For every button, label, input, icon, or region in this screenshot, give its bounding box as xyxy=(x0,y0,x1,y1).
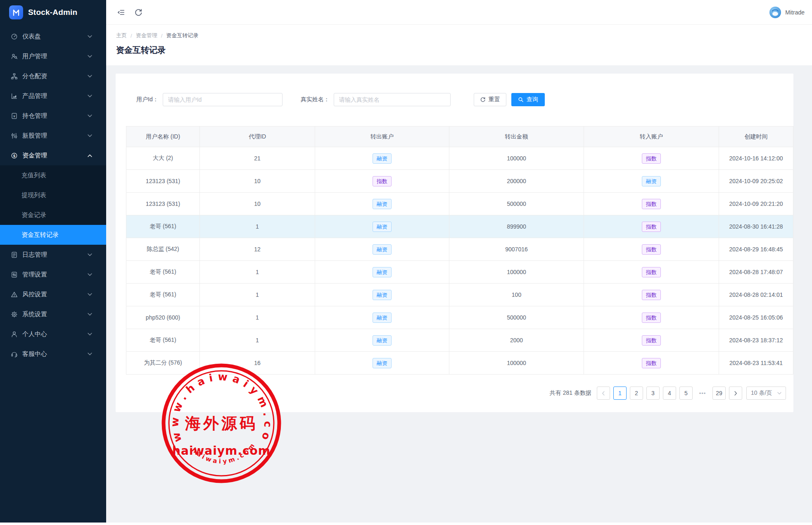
amount-cell: 100000 xyxy=(449,261,584,284)
transfer-out-tag: 融资 xyxy=(373,199,392,209)
chevron-down-icon xyxy=(88,55,92,58)
chevron-down-icon xyxy=(88,353,92,356)
created-time-cell: 2024-08-23 18:37:12 xyxy=(719,329,793,352)
sidebar-item-dashboard[interactable]: 仪表盘 xyxy=(0,26,106,46)
records-table: 用户名称 (ID)代理ID转出账户转出金额转入账户创建时间 大大 (2)21融资… xyxy=(126,126,793,375)
pagination-page-1[interactable]: 1 xyxy=(613,387,627,400)
account-cell: 融资 xyxy=(315,215,449,238)
table-row[interactable]: 大大 (2)21融资100000指数2024-10-16 14:12:00 xyxy=(126,147,793,170)
breadcrumb-home[interactable]: 主页 xyxy=(116,32,127,39)
submenu-item[interactable]: 资金记录 xyxy=(0,205,106,225)
chevron-down-icon xyxy=(88,35,92,38)
sidebar-item-risk[interactable]: 风控设置 xyxy=(0,284,106,304)
amount-cell: 2000 xyxy=(449,329,584,352)
created-time-cell: 2024-08-25 16:05:06 xyxy=(719,306,793,329)
pagination-prev-button[interactable] xyxy=(597,387,610,400)
account-cell: 融资 xyxy=(584,170,719,193)
table-row[interactable]: 老哥 (561)1融资899900指数2024-08-30 16:41:28 xyxy=(126,215,793,238)
table-row[interactable]: 老哥 (561)1融资100000指数2024-08-28 17:48:07 xyxy=(126,261,793,284)
chevron-down-icon xyxy=(88,134,92,137)
transfer-out-tag: 融资 xyxy=(373,313,392,323)
created-time-cell: 2024-08-23 11:53:41 xyxy=(719,352,793,375)
amount-cell: 100000 xyxy=(449,147,584,170)
sidebar-item-label: 仪表盘 xyxy=(22,33,41,41)
sidebar-item-profile[interactable]: 个人中心 xyxy=(0,324,106,344)
sidebar-item-fund[interactable]: 资金管理 xyxy=(0,146,106,165)
pagination-page-29[interactable]: 29 xyxy=(712,387,726,400)
position-icon xyxy=(11,112,18,119)
pagination-page-3[interactable]: 3 xyxy=(646,387,660,400)
pagination-page-2[interactable]: 2 xyxy=(630,387,643,400)
table-row[interactable]: 123123 (531)10融资500000指数2024-10-09 20:21… xyxy=(126,193,793,215)
sidebar-item-label: 管理设置 xyxy=(22,271,47,279)
sidebar-item-manage-settings[interactable]: 管理设置 xyxy=(0,265,106,284)
fund-icon xyxy=(11,152,18,159)
submenu-item-label: 资金记录 xyxy=(21,211,46,219)
page-size-select[interactable]: 10 条/页 xyxy=(746,387,786,400)
sidebar-item-log[interactable]: 日志管理 xyxy=(0,245,106,265)
log-icon xyxy=(11,251,18,258)
page-header: 主页 / 资金管理 / 资金互转记录 资金互转记录 xyxy=(106,25,812,65)
table-row[interactable]: 123123 (531)10指数200000融资2024-10-09 20:25… xyxy=(126,170,793,193)
sidebar-item-system[interactable]: 系统设置 xyxy=(0,304,106,324)
sidebar-submenu: 充值列表提现列表资金记录资金互转记录 xyxy=(0,165,106,245)
submenu-item-label: 提现列表 xyxy=(21,191,46,199)
transfer-in-tag: 融资 xyxy=(642,176,661,186)
refresh-icon[interactable] xyxy=(134,8,142,17)
transfer-in-tag: 指数 xyxy=(642,290,661,300)
user-id-input[interactable] xyxy=(163,93,283,106)
cluster-icon xyxy=(11,73,18,80)
sidebar-item-cluster[interactable]: 分仓配资 xyxy=(0,66,106,86)
search-button[interactable]: 查询 xyxy=(511,93,545,106)
amount-cell: 500000 xyxy=(449,306,584,329)
reset-button-label: 重置 xyxy=(489,96,500,103)
table-row[interactable]: 老哥 (561)1融资2000指数2024-08-23 18:37:12 xyxy=(126,329,793,352)
transfer-in-tag: 指数 xyxy=(642,153,661,164)
submenu-item[interactable]: 充值列表 xyxy=(0,165,106,185)
reset-button[interactable]: 重置 xyxy=(474,93,506,106)
chevron-down-icon xyxy=(88,293,92,296)
table-row[interactable]: 为其二分 (576)16融资100000指数2024-08-23 11:53:4… xyxy=(126,352,793,375)
agent-id-cell: 1 xyxy=(200,329,315,352)
sidebar-item-service[interactable]: 客服中心 xyxy=(0,344,106,364)
submenu-item[interactable]: 资金互转记录 xyxy=(0,225,106,245)
real-name-input[interactable] xyxy=(334,93,451,106)
submenu-item[interactable]: 提现列表 xyxy=(0,185,106,205)
breadcrumb-fund-management[interactable]: 资金管理 xyxy=(136,32,157,39)
created-time-cell: 2024-10-09 20:25:02 xyxy=(719,170,793,193)
user-name-cell: 老哥 (561) xyxy=(126,329,200,352)
chevron-down-icon xyxy=(88,253,92,256)
breadcrumb-current: 资金互转记录 xyxy=(166,32,198,39)
risk-icon xyxy=(11,291,18,298)
user-name: Mitrade xyxy=(785,9,805,16)
content-card: 用户Id： 真实姓名： 重置 查询 用户名称 (ID)代理ID转出账户转出金额转… xyxy=(116,74,793,412)
pagination-page-4[interactable]: 4 xyxy=(663,387,676,400)
sidebar-item-user-manage[interactable]: 用户管理 xyxy=(0,46,106,66)
sidebar-item-ipo[interactable]: 新股管理 xyxy=(0,126,106,146)
amount-cell: 200000 xyxy=(449,170,584,193)
pagination: 共有 281 条数据 12345•••29 10 条/页 xyxy=(550,387,786,400)
sidebar-item-label: 系统设置 xyxy=(22,310,47,318)
product-icon xyxy=(11,93,18,100)
account-cell: 指数 xyxy=(584,147,719,170)
user-menu[interactable]: Mitrade xyxy=(769,6,806,19)
account-cell: 指数 xyxy=(584,261,719,284)
pagination-page-5[interactable]: 5 xyxy=(679,387,693,400)
transfer-in-tag: 指数 xyxy=(642,358,661,368)
column-header: 代理ID xyxy=(200,126,315,147)
svg-text:haiwaiym.com: haiwaiym.com xyxy=(190,441,257,465)
collapse-sidebar-icon[interactable] xyxy=(117,8,125,17)
amount-cell: 100000 xyxy=(449,352,584,375)
pagination-next-button[interactable] xyxy=(729,387,742,400)
chevron-down-icon xyxy=(88,95,92,98)
avatar xyxy=(769,6,781,19)
page-size-value: 10 条/页 xyxy=(751,389,772,397)
pagination-ellipsis[interactable]: ••• xyxy=(696,387,709,400)
transfer-out-tag: 指数 xyxy=(373,176,392,186)
sidebar-item-position[interactable]: 持仓管理 xyxy=(0,106,106,126)
chevron-up-icon xyxy=(88,154,92,157)
sidebar-item-product[interactable]: 产品管理 xyxy=(0,86,106,106)
table-row[interactable]: 陈总监 (542)12融资9007016指数2024-08-29 16:48:4… xyxy=(126,238,793,261)
table-row[interactable]: 老哥 (561)1融资100指数2024-08-28 02:14:01 xyxy=(126,284,793,306)
table-row[interactable]: php520 (600)1融资500000指数2024-08-25 16:05:… xyxy=(126,306,793,329)
